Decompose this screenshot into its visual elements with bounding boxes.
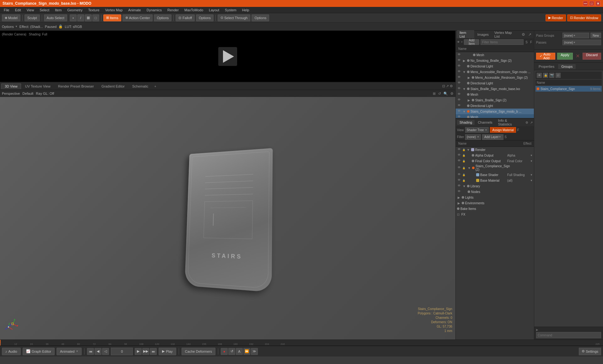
menu-animate[interactable]: Animate	[126, 8, 143, 13]
play-button[interactable]	[218, 47, 237, 66]
options-dropdown[interactable]: Options ▼	[2, 25, 18, 29]
graph-editor-button[interactable]: 📈 Graph Editor	[23, 348, 55, 355]
add-item-button[interactable]: Add Item	[464, 39, 479, 45]
expand-icon[interactable]: ▼	[462, 185, 466, 188]
list-item[interactable]: 👁 Directional Light	[456, 80, 534, 86]
viewport-maximize-icon[interactable]: ↗	[446, 84, 449, 88]
minimize-button[interactable]: —	[583, 1, 588, 6]
expand-icon[interactable]: ▶	[467, 99, 471, 102]
il-eye-icon[interactable]: 👁	[457, 40, 460, 44]
apply-button[interactable]: Apply	[557, 53, 573, 60]
expand-icon[interactable]: ▼	[462, 110, 466, 113]
menu-select[interactable]: Select	[37, 8, 52, 13]
expand-icon[interactable]: ▼	[467, 166, 471, 170]
shader-item-final-color[interactable]: 👁 🔒 Final Color Output Final Color ▼	[456, 158, 534, 164]
shader-tree-dropdown[interactable]: Shader Tree ▼	[465, 127, 489, 133]
viewport-fit-icon[interactable]: ⊡	[442, 84, 445, 88]
menu-texture[interactable]: Texture	[86, 8, 102, 13]
groups-check-icon[interactable]: ☑	[556, 73, 561, 78]
audio-button[interactable]: ♪ Audio	[2, 348, 21, 355]
settings-button[interactable]: ⚙ Settings	[579, 348, 601, 355]
shader-item-lights[interactable]: ▶ Lights	[456, 195, 534, 200]
shader-item-library[interactable]: 👁 ▼ Library	[456, 183, 534, 189]
expand-icon[interactable]: ▼	[466, 148, 470, 152]
properties-tab[interactable]: Properties	[535, 64, 557, 69]
visibility-icon[interactable]: 👁	[457, 173, 461, 177]
visibility-icon[interactable]: 👁	[457, 190, 461, 194]
maximize-button[interactable]: □	[589, 1, 594, 6]
shading-expand-icon[interactable]: ↗	[530, 121, 533, 124]
expand-icon[interactable]: ▶	[457, 201, 461, 205]
menu-geometry[interactable]: Geometry	[65, 8, 85, 13]
render-window-button[interactable]: ⊡ Render Window	[567, 14, 601, 21]
new-pass-group-button[interactable]: New	[590, 33, 601, 38]
menu-layout[interactable]: Layout	[206, 8, 222, 13]
visibility-icon[interactable]: 👁	[457, 147, 461, 152]
edge-mode-button[interactable]: /	[77, 14, 84, 21]
tab-uv-texture-view[interactable]: UV Texture View	[22, 83, 54, 89]
il-filter-f-key[interactable]: F	[530, 40, 533, 44]
visibility-icon[interactable]: 👁	[457, 104, 461, 108]
expand-icon[interactable]: ▼	[462, 87, 466, 91]
filter-items-input[interactable]	[481, 39, 524, 45]
options3-button[interactable]: Options	[252, 14, 269, 21]
visibility-icon[interactable]: 👁	[457, 58, 461, 63]
vertex-mode-button[interactable]: •	[70, 14, 77, 21]
list-item[interactable]: 👁 Directional Light	[456, 103, 534, 109]
item-list-settings-icon[interactable]: ⚙	[520, 32, 526, 37]
f-key-shortcut[interactable]: F	[517, 128, 519, 132]
render-button[interactable]: ▶ Render	[546, 14, 566, 21]
select-through-button[interactable]: ⊙ Select Through	[218, 14, 250, 21]
visibility-icon[interactable]: 👁	[457, 70, 461, 74]
groups-eye-icon[interactable]: 👁	[537, 73, 542, 78]
visibility-icon[interactable]: 👁	[457, 178, 461, 183]
visibility-icon[interactable]: 👁	[457, 184, 461, 188]
item-mode-button[interactable]: □	[92, 14, 99, 21]
play-reverse-button[interactable]: ◁	[102, 348, 109, 355]
auto-select-button[interactable]: Auto Select	[44, 14, 67, 21]
expand-icon[interactable]: ▶	[462, 59, 466, 62]
vertex-map-list-tab[interactable]: Vertex Map List	[492, 30, 519, 39]
menu-maxtomodo[interactable]: MaxToModo	[182, 8, 206, 13]
visibility-icon[interactable]: 👁	[457, 115, 461, 118]
menu-dynamics[interactable]: Dynamics	[144, 8, 164, 13]
shading-settings-icon[interactable]: ⚙	[525, 121, 528, 124]
action-center-button[interactable]: ⊕ Action Center	[122, 14, 153, 21]
visibility-icon[interactable]: 👁	[457, 153, 461, 158]
visibility-icon[interactable]: 👁	[457, 64, 461, 68]
groups-tab[interactable]: Groups	[558, 64, 576, 69]
expand-icon[interactable]: ▶	[467, 76, 471, 79]
command-input[interactable]	[536, 332, 601, 338]
vp-settings-icon[interactable]: ⚙	[450, 92, 454, 96]
list-item[interactable]: 👁 ▶ Stairs_Braille_Sign (2)	[456, 97, 534, 103]
menu-item[interactable]: Item	[52, 8, 64, 13]
visibility-icon[interactable]: 👁	[457, 159, 461, 163]
group-item[interactable]: Stairs_Compliance_Sign 9 Items	[535, 86, 602, 92]
list-item[interactable]: 👁 ▶ No_Smoking_Braille_Sign (2)	[456, 58, 534, 63]
play-button[interactable]: ▶ Play	[159, 348, 176, 355]
options2-button[interactable]: Options	[196, 14, 214, 21]
add-layer-button[interactable]: Add Layer ▼	[482, 134, 503, 140]
pass-groups-dropdown[interactable]: (none) ▼	[562, 33, 589, 38]
auto-add-button[interactable]: ✓ Auto Add	[536, 53, 555, 60]
menu-system[interactable]: System	[222, 8, 239, 13]
vp-zoom-icon[interactable]: 🔍	[443, 92, 448, 96]
visibility-icon[interactable]: 👁	[457, 81, 461, 85]
shader-item-fx[interactable]: ⊡ FX	[456, 211, 534, 217]
next-frame-button[interactable]: ▶▶	[142, 348, 149, 355]
groups-lock-icon[interactable]: 🔒	[543, 73, 548, 78]
assign-material-button[interactable]: Assign Material	[490, 127, 516, 133]
go-to-start-button[interactable]: ⏮	[87, 348, 94, 355]
shader-item-bake-items[interactable]: Bake Items	[456, 206, 534, 211]
list-item[interactable]: 👁 Mesh	[456, 114, 534, 118]
shader-item-stairs-compliance[interactable]: 👁 🔒 ▼ Stairs_Compliance_Sign (2)	[456, 164, 534, 172]
visibility-icon[interactable]: 👁	[457, 98, 461, 102]
tab-render-preset-browser[interactable]: Render Preset Browser	[55, 83, 97, 89]
visibility-icon[interactable]: 👁	[457, 109, 461, 114]
vp-grid-icon[interactable]: ⊞	[433, 92, 436, 96]
passes-dropdown[interactable]: (none) ▼	[562, 40, 601, 45]
menu-file[interactable]: File	[1, 8, 12, 13]
sculpt-mode-button[interactable]: Sculpt	[24, 14, 40, 21]
visibility-icon[interactable]: 👁	[457, 53, 461, 57]
add-viewport-tab-button[interactable]: +	[152, 84, 158, 89]
